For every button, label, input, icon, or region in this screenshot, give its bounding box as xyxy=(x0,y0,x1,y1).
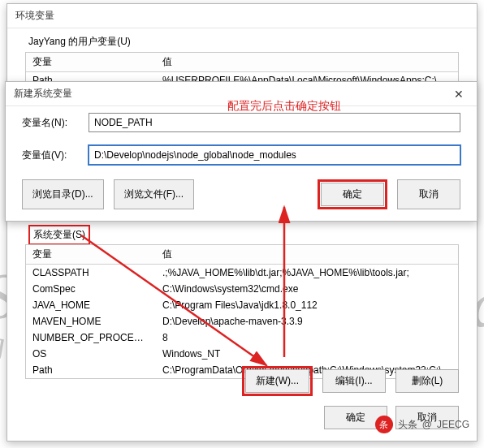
watermark-avatar-icon: 条 xyxy=(375,416,393,433)
browse-file-button[interactable]: 浏览文件(F)... xyxy=(114,179,194,209)
var-value-row: 变量值(V): xyxy=(6,139,477,171)
system-vars-label: 系统变量(S) xyxy=(33,229,85,240)
cell-val: C:\Program Files\Java\jdk1.8.0_112 xyxy=(156,297,458,313)
var-value-input[interactable] xyxy=(89,145,460,165)
col-value: 值 xyxy=(156,53,458,71)
watermark: 条 头条 @ JEECG xyxy=(375,416,469,433)
table-header: 变量 值 xyxy=(26,53,458,72)
table-row[interactable]: JAVA_HOMEC:\Program Files\Java\jdk1.8.0_… xyxy=(26,297,458,313)
spacer xyxy=(204,179,308,209)
ok-button[interactable]: 确定 xyxy=(321,183,384,206)
cell-var: MAVEN_HOME xyxy=(26,313,156,330)
dialog-title: 新建系统变量 xyxy=(14,87,72,101)
browse-dir-button[interactable]: 浏览目录(D)... xyxy=(22,179,104,209)
cell-var: CLASSPATH xyxy=(26,265,156,281)
cell-var: JAVA_HOME xyxy=(26,297,156,313)
table-row[interactable]: MAVEN_HOMED:\Develop\apache-maven-3.3.9 xyxy=(26,313,458,330)
close-icon[interactable]: ✕ xyxy=(449,88,469,101)
cell-val: 8 xyxy=(156,330,458,346)
cell-val: .;%JAVA_HOME%\lib\dt.jar;%JAVA_HOME%\lib… xyxy=(156,265,458,281)
cell-val: D:\Develop\apache-maven-3.3.9 xyxy=(156,313,458,330)
annotation-hint: 配置完后点击确定按钮 xyxy=(227,99,341,114)
var-name-input[interactable] xyxy=(89,113,460,132)
cell-var: ComSpec xyxy=(26,281,156,297)
cell-val: Windows_NT xyxy=(156,346,458,362)
watermark-name: JEECG xyxy=(437,419,469,430)
watermark-at: @ xyxy=(422,419,432,430)
cell-var: Path xyxy=(26,362,156,378)
cell-var: OS xyxy=(26,346,156,362)
dialog-button-bar: 浏览目录(D)... 浏览文件(F)... 确定 取消 xyxy=(6,171,477,221)
system-vars-buttons: 新建(W)... 编辑(I)... 删除(L) xyxy=(242,366,459,396)
table-row[interactable]: ComSpecC:\Windows\system32\cmd.exe xyxy=(26,281,458,297)
table-row[interactable]: OSWindows_NT xyxy=(26,346,458,362)
cell-val: C:\Windows\system32\cmd.exe xyxy=(156,281,458,297)
new-button[interactable]: 新建(W)... xyxy=(245,369,309,393)
ok-button-highlight: 确定 xyxy=(318,179,387,209)
var-value-label: 变量值(V): xyxy=(22,149,80,162)
col-variable: 变量 xyxy=(26,53,156,71)
user-vars-label: JayYang 的用户变量(U) xyxy=(7,28,477,52)
new-button-highlight: 新建(W)... xyxy=(242,366,313,396)
cancel-button[interactable]: 取消 xyxy=(397,179,460,209)
system-vars-table[interactable]: 变量 值 CLASSPATH.;%JAVA_HOME%\lib\dt.jar;%… xyxy=(25,244,459,379)
table-row[interactable]: CLASSPATH.;%JAVA_HOME%\lib\dt.jar;%JAVA_… xyxy=(26,265,458,281)
watermark-prefix: 头条 xyxy=(398,418,417,432)
delete-button[interactable]: 删除(L) xyxy=(395,369,459,393)
edit-button[interactable]: 编辑(I)... xyxy=(322,369,386,393)
cell-var: NUMBER_OF_PROCESSORS xyxy=(26,330,156,346)
table-row[interactable]: NUMBER_OF_PROCESSORS8 xyxy=(26,330,458,346)
env-vars-window: 环境变量 JayYang 的用户变量(U) 变量 值 Path %USERPRO… xyxy=(6,3,478,442)
background-glyph: g xyxy=(0,325,5,363)
col-variable: 变量 xyxy=(26,245,156,264)
col-value: 值 xyxy=(156,245,458,264)
window-title: 环境变量 xyxy=(7,4,477,28)
var-name-label: 变量名(N): xyxy=(22,116,80,130)
table-header: 变量 值 xyxy=(26,245,458,265)
system-vars-label-highlight: 系统变量(S) xyxy=(28,225,90,245)
